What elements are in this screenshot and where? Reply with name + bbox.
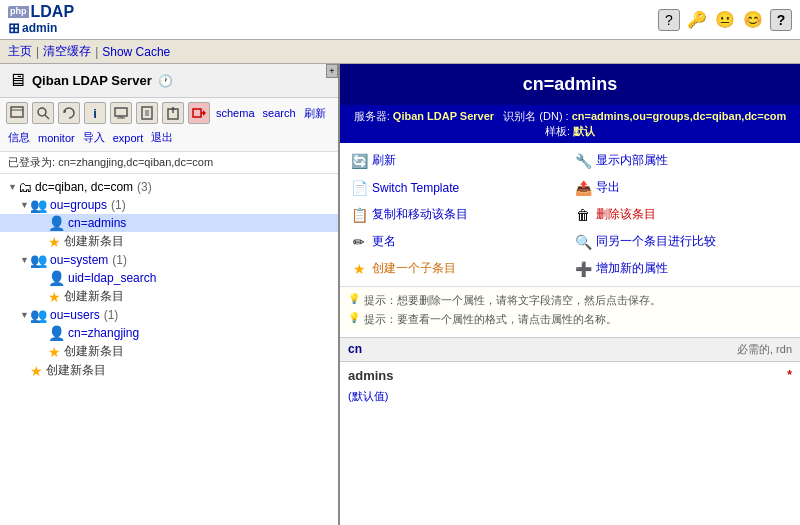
nav-bar: 主页 | 清空缓存 | Show Cache — [0, 40, 800, 64]
action-show-internal[interactable]: 🔧 显示内部属性 — [570, 149, 794, 172]
tree-ou-groups[interactable]: ▼ 👥 ou=groups (1) — [0, 196, 338, 214]
schema-icon-btn[interactable] — [6, 102, 28, 124]
add-attr-icon: ➕ — [574, 261, 592, 277]
tree-ou-users[interactable]: ▼ 👥 ou=users (1) — [0, 306, 338, 324]
nav-home[interactable]: 主页 — [8, 43, 32, 60]
action-switch-template-label: Switch Template — [372, 181, 459, 195]
actions-grid: 🔄 刷新 🔧 显示内部属性 📄 Switch Template 📤 导出 📋 复… — [340, 143, 800, 287]
smile-icon[interactable]: 😊 — [742, 9, 764, 31]
tree-cn-zhangjing[interactable]: 👤 cn=zhangjing — [0, 324, 338, 342]
import-text-btn[interactable]: 导入 — [81, 128, 107, 147]
action-refresh[interactable]: 🔄 刷新 — [346, 149, 570, 172]
tree-new-under-groups[interactable]: ★ 创建新条目 — [0, 232, 338, 251]
tree-new-under-users[interactable]: ★ 创建新条目 — [0, 342, 338, 361]
right-panel: cn=admins 服务器: Qiban LDAP Server 识别名 (DN… — [340, 64, 800, 525]
action-export[interactable]: 📤 导出 — [570, 176, 794, 199]
logged-in-prefix: 已登录为: — [8, 156, 58, 168]
help-icon[interactable]: ? — [658, 9, 680, 31]
info-btn[interactable]: i — [84, 102, 106, 124]
attr-value[interactable]: admins — [348, 368, 394, 383]
info-text-btn[interactable]: 信息 — [6, 128, 32, 147]
svg-rect-0 — [11, 107, 23, 117]
main-content: + 🖥 Qiban LDAP Server 🕐 i — [0, 64, 800, 525]
switch-template-icon: 📄 — [350, 180, 368, 196]
import-btn[interactable] — [136, 102, 158, 124]
monitor-text-btn[interactable]: monitor — [36, 130, 77, 146]
hint-2-text: 提示：要查看一个属性的格式，请点击属性的名称。 — [364, 312, 617, 327]
action-create-child-label: 创建一个子条目 — [372, 260, 456, 277]
export-btn[interactable] — [162, 102, 184, 124]
right-title: cn=admins — [523, 74, 618, 94]
refresh-text-btn[interactable]: 刷新 — [302, 104, 328, 123]
copy-move-icon: 📋 — [350, 207, 368, 223]
refresh-action-icon: 🔄 — [350, 153, 368, 169]
top-bar: php LDAP ⊞ admin ? 🔑 😐 😊 ? — [0, 0, 800, 40]
left-toolbar: i schema search 刷新 信息 monitor 导入 export … — [0, 98, 338, 152]
info-dn-value: cn=admins,ou=groups,dc=qiban,dc=com — [572, 110, 787, 122]
svg-rect-5 — [115, 108, 127, 116]
info-icon[interactable]: ? — [770, 9, 792, 31]
nav-show-cache[interactable]: Show Cache — [102, 45, 170, 59]
hint-1: 💡 提示：想要删除一个属性，请将文字段清空，然后点击保存。 — [348, 291, 792, 310]
info-template-value: 默认 — [573, 125, 595, 137]
left-panel-expander[interactable]: + — [326, 64, 338, 78]
action-create-child[interactable]: ★ 创建一个子条目 — [346, 257, 570, 280]
action-copy-move[interactable]: 📋 复制和移动该条目 — [346, 203, 570, 226]
refresh-icon-small[interactable]: 🕐 — [158, 74, 173, 88]
tree-new-under-system[interactable]: ★ 创建新条目 — [0, 287, 338, 306]
compare-icon: 🔍 — [574, 234, 592, 250]
hint-2: 💡 提示：要查看一个属性的格式，请点击属性的名称。 — [348, 310, 792, 329]
tree-new-root[interactable]: ★ 创建新条目 — [0, 361, 338, 380]
logout-btn[interactable] — [188, 102, 210, 124]
action-refresh-label: 刷新 — [372, 152, 396, 169]
action-delete[interactable]: 🗑 删除该条目 — [570, 203, 794, 226]
logo: php LDAP ⊞ admin — [8, 3, 74, 36]
action-add-attr[interactable]: ➕ 增加新的属性 — [570, 257, 794, 280]
action-copy-move-label: 复制和移动该条目 — [372, 206, 468, 223]
server-icon: 🖥 — [8, 70, 26, 91]
tree-cn-admins[interactable]: 👤 cn=admins — [0, 214, 338, 232]
action-delete-label: 删除该条目 — [596, 206, 656, 223]
key-icon[interactable]: 🔑 — [686, 9, 708, 31]
tree-root[interactable]: ▼ 🗂 dc=qiban, dc=com (3) — [0, 178, 338, 196]
action-export-label: 导出 — [596, 179, 620, 196]
action-add-attr-label: 增加新的属性 — [596, 260, 668, 277]
monitor-btn[interactable] — [110, 102, 132, 124]
action-switch-template[interactable]: 📄 Switch Template — [346, 176, 570, 199]
tree-ou-system[interactable]: ▼ 👥 ou=system (1) — [0, 251, 338, 269]
svg-marker-17 — [203, 110, 206, 116]
attr-section: cn 必需的, rdn admins * (默认值) — [340, 333, 800, 412]
attr-required-mark: * — [787, 368, 792, 383]
logout-text-btn[interactable]: 退出 — [149, 128, 175, 147]
schema-text-btn[interactable]: schema — [214, 105, 257, 121]
svg-point-2 — [38, 108, 46, 116]
left-panel-header: 🖥 Qiban LDAP Server 🕐 — [0, 64, 338, 98]
export-text-btn[interactable]: export — [111, 130, 146, 146]
svg-rect-15 — [193, 109, 201, 117]
search-icon-btn[interactable] — [32, 102, 54, 124]
logged-in-user: cn=zhangjing,dc=qiban,dc=com — [58, 156, 213, 168]
attr-header: cn 必需的, rdn — [340, 337, 800, 362]
attr-subtext[interactable]: (默认值) — [340, 389, 800, 408]
action-compare[interactable]: 🔍 同另一个条目进行比较 — [570, 230, 794, 253]
action-rename-label: 更名 — [372, 233, 396, 250]
nav-clear-cache[interactable]: 清空缓存 — [43, 43, 91, 60]
tree-uid-ldap-search[interactable]: 👤 uid=ldap_search — [0, 269, 338, 287]
refresh-btn[interactable] — [58, 102, 80, 124]
action-rename[interactable]: ✏ 更名 — [346, 230, 570, 253]
info-template-label: 样板: — [545, 125, 570, 137]
delete-icon: 🗑 — [574, 207, 592, 223]
info-dn-label: 识别名 (DN) : — [503, 110, 568, 122]
face-icon[interactable]: 😐 — [714, 9, 736, 31]
attr-value-row: admins * — [340, 362, 800, 389]
right-header: cn=admins — [340, 64, 800, 105]
svg-line-3 — [45, 115, 49, 119]
left-panel: + 🖥 Qiban LDAP Server 🕐 i — [0, 64, 340, 525]
create-child-icon: ★ — [350, 261, 368, 277]
search-text-btn[interactable]: search — [261, 105, 298, 121]
hint-bullet-1: 💡 — [348, 293, 360, 304]
info-server-label: 服务器: — [354, 110, 390, 122]
attr-name[interactable]: cn — [348, 342, 362, 357]
rename-icon: ✏ — [350, 234, 368, 250]
export-action-icon: 📤 — [574, 180, 592, 196]
